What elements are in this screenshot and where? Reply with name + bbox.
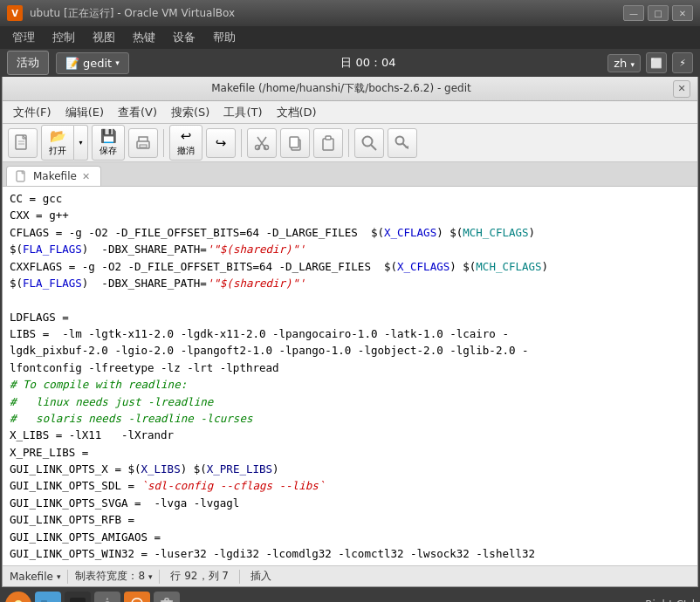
menu-manage[interactable]: 管理 [3,28,44,47]
editor-area[interactable]: CC = gcc CXX = g++ CFLAGS = -g -O2 -D_FI… [3,187,697,565]
copy-button[interactable] [280,128,310,158]
menu-control[interactable]: 控制 [44,28,84,47]
maximize-button[interactable]: □ [648,5,669,21]
svg-rect-14 [326,136,331,140]
status-position: 行 92，列 7 [167,569,232,584]
gmenu-view[interactable]: 查看(V) [111,103,164,122]
svg-rect-13 [323,139,333,150]
svg-rect-6 [140,145,147,147]
replace-button[interactable] [388,128,417,158]
paste-button[interactable] [313,128,343,158]
gmenu-search[interactable]: 搜索(S) [164,103,216,122]
find-button[interactable] [354,128,384,158]
status-tabwidth[interactable]: 制表符宽度：8 ▾ [75,569,152,584]
center-time: 日 00：04 [129,55,608,71]
svg-line-18 [402,143,407,147]
dock-settings[interactable] [94,592,120,602]
new-button[interactable] [8,128,38,158]
minimize-button[interactable]: — [623,5,644,21]
svg-rect-31 [165,599,168,601]
menu-devices[interactable]: 设备 [164,28,204,47]
window-controls: — □ ✕ [623,5,693,21]
screen-icon[interactable]: ⬜ [646,52,667,73]
gedit-appbutton[interactable]: 📝 gedit ▾ [56,52,129,74]
toolbar-sep-2 [241,129,242,157]
save-button[interactable]: 💾 保存 [92,125,125,161]
redo-button[interactable]: ↪ [206,128,236,158]
dock-firefox[interactable] [5,592,31,602]
cut-button[interactable] [247,128,277,158]
status-file-chevron: ▾ [57,572,61,581]
status-sep-1 [67,570,68,584]
status-file[interactable]: Makefile ▾ [10,571,60,583]
window-icon: V [7,5,23,21]
svg-line-16 [371,145,376,150]
toolbar-sep-1 [163,129,164,157]
activities-button[interactable]: 活动 [7,51,49,75]
tab-close-icon[interactable]: ✕ [82,171,90,182]
titlebar-text: ubutu [正在运行] - Oracle VM VirtualBox [30,6,616,21]
gedit-chevron: ▾ [115,58,120,67]
gedit-toolbar: 📂 打开 ▾ 💾 保存 ↩ 撤消 ↪ [3,124,697,162]
gedit-window: Makefile (/home/huanshi/下载/bochs-2.6.2) … [2,77,698,587]
status-mode: 插入 [247,569,275,584]
svg-point-9 [256,145,260,149]
vm-menubar: 管理 控制 视图 热键 设备 帮助 [0,26,700,49]
gedit-window-title: Makefile (/home/huanshi/下载/bochs-2.6.2) … [10,81,673,96]
menu-help[interactable]: 帮助 [204,28,244,47]
window-titlebar: V ubutu [正在运行] - Oracle VM VirtualBox — … [0,0,700,26]
menu-hotkey[interactable]: 热键 [124,28,164,47]
tab-bar: Makefile ✕ [3,162,697,187]
gedit-titlebar: Makefile (/home/huanshi/下载/bochs-2.6.2) … [3,77,697,101]
open-button[interactable]: 📂 打开 ▾ [41,125,88,161]
gmenu-edit[interactable]: 编辑(E) [58,103,111,122]
status-file-label: Makefile [10,571,53,583]
svg-text:V: V [11,9,18,18]
code-editor[interactable]: CC = gcc CXX = g++ CFLAGS = -g -O2 -D_FI… [3,187,697,565]
close-window-button[interactable]: ✕ [672,5,693,21]
status-sep-3 [239,570,240,584]
status-sep-2 [159,570,160,584]
open-label: 打开 [49,145,66,157]
gmenu-tools[interactable]: 工具(T) [216,103,269,122]
redo-icon: ↪ [216,135,227,151]
gedit-close-button[interactable]: ✕ [673,80,690,98]
gedit-icon: 📝 [65,57,79,70]
svg-point-15 [363,136,373,146]
dock: $_ Right Ctrl [0,587,700,602]
toolbar-sep-3 [348,129,349,157]
lang-button[interactable]: zh ▾ [607,54,641,72]
status-tabwidth-chevron: ▾ [148,572,153,581]
gedit-statusbar: Makefile ▾ 制表符宽度：8 ▾ 行 92，列 7 插入 [3,565,697,586]
undo-icon: ↩ [181,128,192,144]
dock-trash[interactable] [154,592,180,602]
save-icon: 💾 [100,128,117,144]
gmenu-file[interactable]: 文件(F) [6,103,58,122]
bottom-right-label: Right Ctrl [645,599,695,602]
dock-terminal[interactable]: $_ [65,592,91,602]
power-icon[interactable]: ⚡ [672,52,693,73]
print-button[interactable] [128,128,158,158]
dock-files[interactable] [35,592,61,602]
gedit-label: gedit [83,57,112,70]
open-arrow[interactable]: ▾ [74,125,88,161]
tab-label: Makefile [33,170,77,182]
tab-makefile[interactable]: Makefile ✕ [6,166,101,186]
right-area: zh ▾ ⬜ ⚡ [607,52,693,73]
gmenu-docs[interactable]: 文档(D) [270,103,324,122]
open-icon: 📂 [50,128,66,144]
activity-bar: 活动 📝 gedit ▾ 日 00：04 zh ▾ ⬜ ⚡ [0,49,700,77]
undo-button[interactable]: ↩ 撤消 [169,125,202,161]
gedit-menubar: 文件(F) 编辑(E) 查看(V) 搜索(S) 工具(T) 文档(D) [3,101,697,124]
save-label: 保存 [100,145,117,157]
undo-label: 撤消 [177,145,195,157]
status-tabwidth-label: 制表符宽度：8 [75,570,145,582]
dock-store[interactable] [124,592,150,602]
code-line-1: CC = gcc CXX = g++ CFLAGS = -g -O2 -D_FI… [10,192,548,560]
menu-view[interactable]: 视图 [84,28,124,47]
svg-point-10 [264,145,269,149]
svg-rect-12 [290,137,299,147]
